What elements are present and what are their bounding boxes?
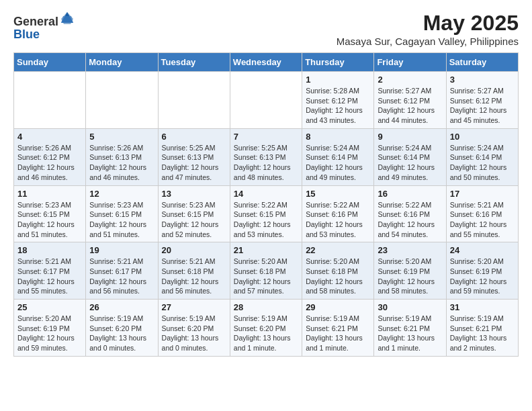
day-info: Sunrise: 5:21 AM Sunset: 6:18 PM Dayligh…: [162, 257, 226, 296]
calendar-cell: 17Sunrise: 5:21 AM Sunset: 6:16 PM Dayli…: [446, 185, 518, 242]
day-number: 16: [378, 189, 442, 199]
day-number: 6: [162, 132, 226, 142]
day-number: 31: [450, 302, 515, 312]
day-number: 19: [89, 245, 154, 255]
day-number: 5: [89, 132, 154, 142]
day-info: Sunrise: 5:26 AM Sunset: 6:13 PM Dayligh…: [89, 143, 154, 183]
weekday-header-saturday: Saturday: [446, 53, 518, 72]
calendar-cell: 24Sunrise: 5:20 AM Sunset: 6:19 PM Dayli…: [446, 242, 518, 300]
day-info: Sunrise: 5:23 AM Sunset: 6:15 PM Dayligh…: [17, 200, 82, 240]
logo-general: General: [13, 15, 58, 28]
day-info: Sunrise: 5:25 AM Sunset: 6:13 PM Dayligh…: [234, 143, 298, 183]
calendar-cell: 6Sunrise: 5:25 AM Sunset: 6:13 PM Daylig…: [158, 128, 230, 185]
day-number: 11: [17, 189, 82, 199]
day-number: 13: [162, 189, 226, 199]
day-info: Sunrise: 5:20 AM Sunset: 6:18 PM Dayligh…: [306, 257, 370, 296]
calendar-cell: 14Sunrise: 5:22 AM Sunset: 6:15 PM Dayli…: [230, 185, 302, 242]
calendar-cell: 4Sunrise: 5:26 AM Sunset: 6:12 PM Daylig…: [14, 128, 86, 185]
day-number: 21: [234, 245, 298, 255]
calendar-week-1: 1Sunrise: 5:28 AM Sunset: 6:12 PM Daylig…: [14, 72, 519, 129]
day-number: 14: [234, 189, 298, 199]
day-info: Sunrise: 5:19 AM Sunset: 6:21 PM Dayligh…: [378, 314, 442, 353]
day-number: 8: [306, 132, 370, 142]
day-info: Sunrise: 5:24 AM Sunset: 6:14 PM Dayligh…: [306, 143, 370, 183]
calendar-week-3: 11Sunrise: 5:23 AM Sunset: 6:15 PM Dayli…: [14, 185, 519, 242]
calendar-week-2: 4Sunrise: 5:26 AM Sunset: 6:12 PM Daylig…: [14, 128, 519, 185]
day-info: Sunrise: 5:20 AM Sunset: 6:19 PM Dayligh…: [17, 314, 82, 353]
day-info: Sunrise: 5:27 AM Sunset: 6:12 PM Dayligh…: [378, 86, 442, 126]
day-info: Sunrise: 5:22 AM Sunset: 6:16 PM Dayligh…: [306, 200, 370, 240]
calendar-cell: 10Sunrise: 5:24 AM Sunset: 6:14 PM Dayli…: [446, 128, 518, 185]
day-number: 20: [162, 245, 226, 255]
calendar-header-row: SundayMondayTuesdayWednesdayThursdayFrid…: [14, 53, 519, 72]
calendar-cell: 19Sunrise: 5:21 AM Sunset: 6:17 PM Dayli…: [86, 242, 158, 300]
calendar-cell: 2Sunrise: 5:27 AM Sunset: 6:12 PM Daylig…: [374, 72, 446, 129]
day-number: 15: [306, 189, 370, 199]
calendar-cell: 18Sunrise: 5:21 AM Sunset: 6:17 PM Dayli…: [14, 242, 86, 300]
day-number: 1: [306, 75, 370, 85]
calendar-cell: 5Sunrise: 5:26 AM Sunset: 6:13 PM Daylig…: [86, 128, 158, 185]
day-info: Sunrise: 5:25 AM Sunset: 6:13 PM Dayligh…: [162, 143, 226, 183]
calendar-cell: 7Sunrise: 5:25 AM Sunset: 6:13 PM Daylig…: [230, 128, 302, 185]
calendar-cell: 21Sunrise: 5:20 AM Sunset: 6:18 PM Dayli…: [230, 242, 302, 300]
day-info: Sunrise: 5:28 AM Sunset: 6:12 PM Dayligh…: [306, 86, 370, 126]
calendar-cell: 31Sunrise: 5:19 AM Sunset: 6:21 PM Dayli…: [446, 300, 518, 357]
calendar-cell: 15Sunrise: 5:22 AM Sunset: 6:16 PM Dayli…: [302, 185, 374, 242]
day-info: Sunrise: 5:22 AM Sunset: 6:16 PM Dayligh…: [378, 200, 442, 240]
day-info: Sunrise: 5:26 AM Sunset: 6:12 PM Dayligh…: [17, 143, 82, 183]
calendar-week-5: 25Sunrise: 5:20 AM Sunset: 6:19 PM Dayli…: [14, 300, 519, 357]
day-info: Sunrise: 5:19 AM Sunset: 6:21 PM Dayligh…: [450, 314, 515, 353]
calendar-week-4: 18Sunrise: 5:21 AM Sunset: 6:17 PM Dayli…: [14, 242, 519, 300]
day-number: 22: [306, 245, 370, 255]
calendar-cell: 3Sunrise: 5:27 AM Sunset: 6:12 PM Daylig…: [446, 72, 518, 129]
day-number: 10: [450, 132, 515, 142]
calendar-cell: [230, 72, 302, 129]
weekday-header-tuesday: Tuesday: [158, 53, 230, 72]
day-info: Sunrise: 5:19 AM Sunset: 6:20 PM Dayligh…: [89, 314, 154, 353]
day-number: 29: [306, 302, 370, 312]
calendar-cell: 30Sunrise: 5:19 AM Sunset: 6:21 PM Dayli…: [374, 300, 446, 357]
logo-icon: [60, 11, 75, 26]
day-number: 9: [378, 132, 442, 142]
svg-marker-2: [61, 16, 73, 23]
calendar-cell: 1Sunrise: 5:28 AM Sunset: 6:12 PM Daylig…: [302, 72, 374, 129]
calendar-cell: 26Sunrise: 5:19 AM Sunset: 6:20 PM Dayli…: [86, 300, 158, 357]
day-info: Sunrise: 5:21 AM Sunset: 6:17 PM Dayligh…: [89, 257, 154, 296]
day-info: Sunrise: 5:21 AM Sunset: 6:16 PM Dayligh…: [450, 200, 515, 240]
day-number: 23: [378, 245, 442, 255]
logo: General Blue: [13, 11, 75, 41]
calendar-cell: 13Sunrise: 5:23 AM Sunset: 6:15 PM Dayli…: [158, 185, 230, 242]
weekday-header-monday: Monday: [86, 53, 158, 72]
calendar-cell: 23Sunrise: 5:20 AM Sunset: 6:19 PM Dayli…: [374, 242, 446, 300]
day-info: Sunrise: 5:19 AM Sunset: 6:20 PM Dayligh…: [234, 314, 298, 353]
calendar-cell: [14, 72, 86, 129]
day-number: 26: [89, 302, 154, 312]
calendar-cell: [158, 72, 230, 129]
day-number: 3: [450, 75, 515, 85]
calendar-cell: [86, 72, 158, 129]
day-number: 4: [17, 132, 82, 142]
day-info: Sunrise: 5:22 AM Sunset: 6:15 PM Dayligh…: [234, 200, 298, 240]
day-info: Sunrise: 5:23 AM Sunset: 6:15 PM Dayligh…: [162, 200, 226, 240]
day-number: 30: [378, 302, 442, 312]
day-info: Sunrise: 5:27 AM Sunset: 6:12 PM Dayligh…: [450, 86, 515, 126]
calendar-cell: 25Sunrise: 5:20 AM Sunset: 6:19 PM Dayli…: [14, 300, 86, 357]
calendar-cell: 11Sunrise: 5:23 AM Sunset: 6:15 PM Dayli…: [14, 185, 86, 242]
day-info: Sunrise: 5:19 AM Sunset: 6:20 PM Dayligh…: [162, 314, 226, 353]
day-info: Sunrise: 5:19 AM Sunset: 6:21 PM Dayligh…: [306, 314, 370, 353]
day-number: 2: [378, 75, 442, 85]
day-number: 18: [17, 245, 82, 255]
day-number: 28: [234, 302, 298, 312]
day-info: Sunrise: 5:20 AM Sunset: 6:19 PM Dayligh…: [378, 257, 442, 296]
calendar-cell: 27Sunrise: 5:19 AM Sunset: 6:20 PM Dayli…: [158, 300, 230, 357]
location-subtitle: Masaya Sur, Cagayan Valley, Philippines: [337, 36, 519, 47]
calendar-cell: 16Sunrise: 5:22 AM Sunset: 6:16 PM Dayli…: [374, 185, 446, 242]
calendar-cell: 9Sunrise: 5:24 AM Sunset: 6:14 PM Daylig…: [374, 128, 446, 185]
weekday-header-sunday: Sunday: [14, 53, 86, 72]
day-info: Sunrise: 5:20 AM Sunset: 6:18 PM Dayligh…: [234, 257, 298, 296]
day-info: Sunrise: 5:21 AM Sunset: 6:17 PM Dayligh…: [17, 257, 82, 296]
calendar-cell: 28Sunrise: 5:19 AM Sunset: 6:20 PM Dayli…: [230, 300, 302, 357]
day-number: 7: [234, 132, 298, 142]
day-number: 24: [450, 245, 515, 255]
day-number: 25: [17, 302, 82, 312]
